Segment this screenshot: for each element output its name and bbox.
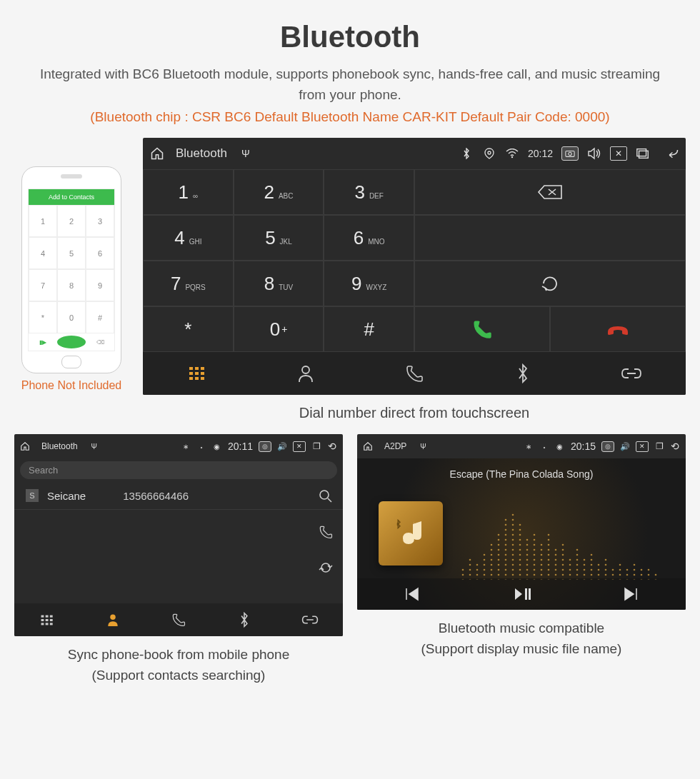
svg-point-146 [555, 549, 557, 551]
svg-point-51 [491, 554, 493, 556]
dial-key-#[interactable]: # [324, 306, 414, 352]
phone-key: 9 [86, 269, 114, 301]
dial-key-1[interactable]: 1∞ [143, 169, 234, 215]
clock-time: 20:15 [571, 441, 596, 452]
volume-icon[interactable]: 🔊 [277, 441, 287, 451]
backspace-button[interactable] [414, 169, 686, 215]
svg-point-100 [519, 534, 521, 536]
tab-call-log[interactable] [146, 603, 211, 636]
svg-point-129 [541, 544, 543, 546]
spec-line: (Bluetooth chip : CSR BC6 Default Blueto… [0, 109, 700, 125]
svg-rect-21 [41, 618, 44, 620]
tab-bluetooth[interactable] [211, 603, 277, 636]
clock-time: 20:11 [228, 441, 253, 452]
svg-rect-2 [566, 151, 574, 157]
svg-point-86 [512, 534, 514, 536]
call-button[interactable] [414, 306, 550, 352]
dial-key-0[interactable]: 0+ [234, 306, 324, 352]
svg-point-55 [498, 574, 500, 576]
contact-row[interactable]: S Seicane 13566664466 [14, 482, 343, 510]
svg-rect-209 [525, 588, 527, 600]
a2dp-unit: A2DP Ψ ∗ ⬩ ◉ 20:15 ◎ 🔊 ✕ ❐ ⟲ Escape (The… [357, 434, 686, 610]
recents-icon[interactable]: ❐ [311, 441, 321, 451]
svg-point-175 [591, 564, 593, 566]
svg-point-94 [519, 564, 521, 566]
svg-point-83 [512, 549, 514, 551]
tab-pair[interactable] [577, 352, 686, 395]
redial-button[interactable] [414, 261, 686, 306]
dial-key-*[interactable]: * [143, 306, 234, 352]
svg-point-79 [512, 569, 514, 571]
svg-point-41 [484, 574, 486, 576]
recents-icon[interactable] [636, 146, 650, 161]
close-app-icon[interactable]: ✕ [610, 146, 627, 161]
dial-key-3[interactable]: 3DEF [324, 169, 414, 215]
search-icon[interactable] [319, 489, 333, 503]
svg-point-158 [569, 564, 571, 566]
volume-icon[interactable]: 🔊 [620, 441, 630, 451]
svg-rect-5 [637, 149, 646, 156]
dial-key-4[interactable]: 4GHI [143, 215, 234, 261]
home-icon[interactable] [150, 146, 164, 161]
phone-key: 3 [86, 205, 114, 237]
tab-dialpad[interactable] [14, 603, 80, 636]
svg-point-33 [469, 569, 471, 571]
dial-key-2[interactable]: 2ABC [234, 169, 324, 215]
svg-point-119 [534, 544, 536, 546]
dial-key-7[interactable]: 7PQRS [143, 261, 234, 306]
bluetooth-status-icon: ∗ [181, 441, 191, 451]
tab-bluetooth[interactable] [469, 352, 577, 395]
tab-contacts[interactable] [80, 603, 146, 636]
screenshot-icon[interactable] [561, 146, 579, 161]
svg-point-203 [641, 569, 643, 571]
home-icon[interactable] [20, 441, 30, 451]
dial-key-6[interactable]: 6MNO [324, 215, 414, 261]
play-pause-button[interactable] [466, 578, 576, 610]
tab-pair[interactable] [277, 603, 343, 636]
phone-mockup: Add to Contacts 123456789*0# ▮▶ ⌫ Phone … [14, 138, 129, 392]
bluetooth-status-icon [459, 146, 474, 161]
svg-point-84 [512, 544, 514, 546]
screenshot-icon[interactable]: ◎ [259, 441, 271, 452]
phone-key: * [29, 301, 57, 333]
status-bar: A2DP Ψ ∗ ⬩ ◉ 20:15 ◎ 🔊 ✕ ❐ ⟲ [357, 434, 686, 458]
svg-point-38 [476, 569, 479, 571]
svg-point-113 [534, 574, 536, 576]
phone-key: 5 [57, 237, 86, 269]
svg-point-186 [605, 559, 607, 561]
hangup-button[interactable] [550, 306, 686, 352]
svg-point-202 [641, 574, 643, 576]
svg-point-60 [498, 549, 500, 551]
call-icon[interactable] [319, 525, 333, 539]
svg-point-139 [548, 534, 550, 536]
sync-icon[interactable] [319, 561, 333, 575]
svg-point-168 [584, 574, 586, 576]
tab-contacts[interactable] [251, 352, 360, 395]
wifi-icon [505, 146, 519, 161]
dial-key-8[interactable]: 8TUV [234, 261, 324, 306]
svg-rect-6 [189, 367, 193, 370]
close-app-icon[interactable]: ✕ [636, 441, 649, 452]
volume-icon[interactable] [587, 146, 601, 161]
phone-key: 7 [29, 269, 57, 301]
dial-key-5[interactable]: 5JKL [234, 215, 324, 261]
back-icon[interactable]: ⟲ [327, 441, 337, 451]
svg-point-136 [548, 549, 550, 551]
search-input[interactable]: Search [20, 461, 337, 479]
next-track-button[interactable] [576, 578, 686, 610]
dial-key-9[interactable]: 9WXYZ [324, 261, 414, 306]
prev-track-button[interactable] [357, 578, 466, 610]
hangup-icon [606, 322, 630, 336]
svg-point-72 [505, 539, 507, 541]
svg-point-58 [498, 559, 500, 561]
svg-point-61 [498, 544, 500, 546]
back-icon[interactable]: ⟲ [670, 441, 680, 451]
close-app-icon[interactable]: ✕ [293, 441, 306, 452]
svg-point-125 [541, 564, 543, 566]
screenshot-icon[interactable]: ◎ [601, 441, 614, 452]
recents-icon[interactable]: ❐ [654, 441, 664, 451]
back-icon[interactable] [664, 146, 679, 161]
tab-dialpad[interactable] [143, 352, 251, 395]
home-icon[interactable] [363, 441, 373, 451]
tab-call-log[interactable] [360, 352, 469, 395]
